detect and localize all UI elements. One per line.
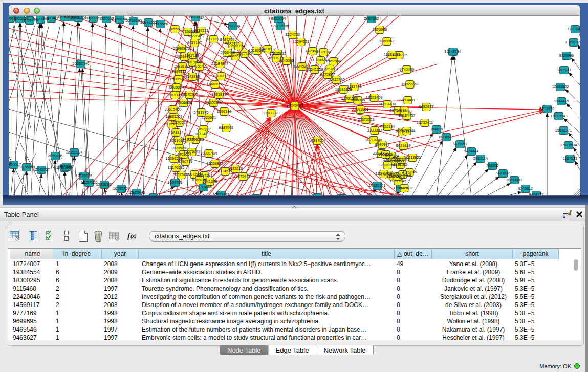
svg-text:19523409: 19523409	[366, 95, 383, 100]
svg-text:16055724: 16055724	[21, 18, 38, 23]
svg-text:3220921: 3220921	[202, 115, 216, 120]
svg-text:20580115: 20580115	[170, 138, 186, 143]
svg-text:5641643: 5641643	[203, 179, 217, 184]
svg-text:13958107: 13958107	[96, 182, 113, 187]
svg-text:4245263: 4245263	[279, 58, 294, 63]
svg-text:7671884: 7671884	[169, 130, 184, 135]
svg-text:20772475: 20772475	[173, 172, 190, 177]
svg-text:16782759: 16782759	[113, 186, 130, 191]
svg-text:4439167: 4439167	[187, 40, 202, 45]
svg-text:21200396: 21200396	[205, 100, 222, 105]
svg-text:11584847: 11584847	[212, 61, 228, 66]
svg-text:8646997: 8646997	[375, 142, 390, 147]
svg-text:9887903: 9887903	[219, 125, 234, 130]
svg-text:21257684: 21257684	[322, 67, 339, 71]
svg-text:17357255: 17357255	[81, 180, 98, 185]
svg-text:10323815: 10323815	[270, 51, 287, 56]
svg-text:9975867: 9975867	[59, 164, 74, 169]
svg-text:15375853: 15375853	[164, 122, 181, 126]
svg-text:10710248: 10710248	[365, 138, 382, 142]
svg-text:9217207: 9217207	[206, 37, 221, 41]
svg-text:19832259: 19832259	[166, 114, 183, 119]
svg-text:7515526: 7515526	[154, 21, 168, 26]
svg-text:10327246: 10327246	[390, 179, 407, 183]
svg-text:11354322: 11354322	[145, 195, 162, 195]
svg-text:8471676: 8471676	[496, 171, 511, 176]
svg-text:5685216: 5685216	[228, 166, 243, 171]
svg-text:22474828: 22474828	[395, 172, 411, 177]
svg-text:4735650: 4735650	[181, 29, 195, 34]
svg-text:5793975: 5793975	[194, 110, 209, 115]
svg-text:1167533: 1167533	[563, 156, 577, 161]
svg-text:4143890: 4143890	[185, 74, 200, 79]
svg-text:4112034: 4112034	[316, 50, 331, 54]
svg-text:763262: 763262	[486, 163, 499, 168]
svg-text:164095: 164095	[430, 127, 443, 132]
svg-text:9386010: 9386010	[9, 16, 17, 20]
svg-text:12093822: 12093822	[552, 84, 569, 89]
svg-text:1839221: 1839221	[194, 28, 209, 33]
svg-text:2933114: 2933114	[473, 156, 488, 161]
svg-text:10837430: 10837430	[379, 102, 396, 106]
svg-text:11881122: 11881122	[384, 52, 400, 57]
svg-text:12156869: 12156869	[18, 165, 35, 169]
svg-text:8813054: 8813054	[271, 16, 286, 21]
svg-text:9657791: 9657791	[168, 180, 183, 185]
svg-text:14401657: 14401657	[175, 152, 192, 157]
svg-text:9816145: 9816145	[168, 93, 183, 97]
svg-text:12505135: 12505135	[76, 173, 93, 178]
svg-text:19218506: 19218506	[272, 24, 289, 28]
svg-text:7357274: 7357274	[226, 24, 241, 28]
svg-text:10057945: 10057945	[393, 157, 410, 162]
svg-text:17240407: 17240407	[287, 103, 303, 108]
svg-text:2020656: 2020656	[48, 154, 63, 158]
svg-text:15692971: 15692971	[555, 128, 572, 133]
svg-text:13300273: 13300273	[263, 111, 280, 115]
svg-text:9875847: 9875847	[320, 72, 335, 77]
svg-text:20615450: 20615450	[165, 107, 182, 112]
svg-text:18922760: 18922760	[402, 82, 419, 86]
svg-text:13751074: 13751074	[565, 40, 580, 45]
svg-text:8806804: 8806804	[169, 85, 184, 90]
svg-text:16396513: 16396513	[166, 156, 183, 161]
svg-text:10654321: 10654321	[309, 195, 326, 195]
svg-text:3333883: 3333883	[367, 128, 382, 133]
svg-text:9227341: 9227341	[557, 68, 572, 72]
svg-text:8369062: 8369062	[380, 39, 395, 43]
svg-text:3917183: 3917183	[185, 53, 200, 58]
svg-text:12541238: 12541238	[307, 67, 323, 72]
svg-text:9464137: 9464137	[529, 192, 544, 195]
svg-text:8938943: 8938943	[439, 135, 454, 139]
svg-text:2457954: 2457954	[326, 59, 341, 63]
svg-text:1999828: 1999828	[172, 69, 187, 74]
svg-text:1890399: 1890399	[217, 109, 232, 114]
svg-text:(x): (x)	[130, 233, 137, 239]
svg-text:13146585: 13146585	[168, 165, 185, 170]
svg-text:8079409: 8079409	[195, 132, 210, 136]
svg-text:20372723: 20372723	[358, 117, 375, 122]
svg-text:19688132: 19688132	[396, 186, 413, 190]
svg-text:9245612: 9245612	[518, 186, 533, 191]
svg-text:9214491: 9214491	[401, 98, 416, 102]
svg-text:8029889: 8029889	[396, 143, 411, 148]
svg-text:14460856: 14460856	[207, 82, 224, 86]
svg-text:7452134: 7452134	[380, 124, 395, 129]
svg-text:6482877: 6482877	[419, 104, 434, 109]
svg-text:19384554: 19384554	[309, 138, 326, 143]
svg-text:1527602: 1527602	[99, 16, 114, 21]
svg-text:16210643: 16210643	[551, 114, 568, 118]
svg-text:10654112: 10654112	[506, 178, 522, 182]
svg-text:14275203: 14275203	[181, 92, 198, 97]
svg-text:10228452: 10228452	[188, 34, 205, 38]
svg-text:12823446: 12823446	[128, 190, 145, 195]
svg-text:17956909: 17956909	[176, 100, 192, 105]
svg-text:2077105: 2077105	[237, 51, 252, 56]
svg-text:5188470: 5188470	[347, 84, 362, 89]
svg-text:11558837: 11558837	[207, 161, 223, 166]
svg-text:16033809: 16033809	[187, 16, 204, 19]
svg-text:22093651: 22093651	[352, 107, 369, 112]
svg-text:12942757: 12942757	[33, 167, 50, 172]
svg-text:21439044: 21439044	[399, 128, 416, 133]
svg-text:13134457: 13134457	[399, 113, 416, 118]
svg-text:9958289: 9958289	[379, 152, 394, 157]
